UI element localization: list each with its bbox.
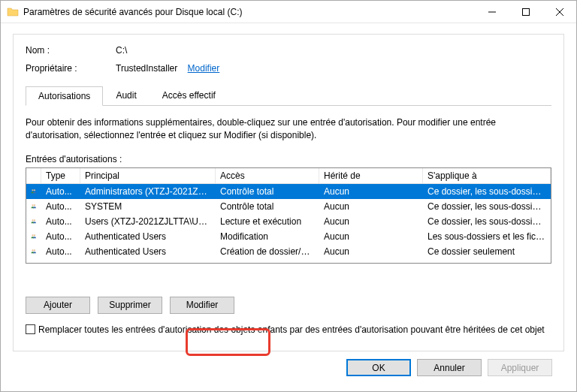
cell-inherited: Aucun	[319, 245, 423, 258]
svg-point-6	[34, 219, 35, 221]
col-inherited[interactable]: Hérité de	[319, 168, 423, 183]
cell-principal: Administrators (XTZJ-2021ZJL...	[80, 185, 216, 198]
modify-button[interactable]: Modifier	[170, 297, 234, 314]
owner-label: Propriétaire :	[26, 63, 116, 74]
minimize-button[interactable]	[475, 1, 509, 23]
cell-type: Auto...	[41, 215, 80, 228]
table-row[interactable]: Auto...Authenticated UsersCréation de do…	[26, 244, 551, 259]
permissions-table: Type Principal Accès Hérité de S'appliqu…	[26, 167, 551, 264]
tabs: Autorisations Audit Accès effectif	[26, 86, 551, 106]
apply-button[interactable]: Appliquer	[488, 359, 552, 376]
owner-text: TrustedInstaller	[116, 63, 177, 74]
replace-checkbox-label: Remplacer toutes les entrées d'autorisat…	[38, 324, 545, 335]
tab-effective-access[interactable]: Accès effectif	[150, 86, 228, 105]
change-owner-link[interactable]: Modifier	[188, 63, 220, 74]
users-icon	[26, 230, 41, 243]
advanced-security-window: Paramètres de sécurité avancés pour Disq…	[0, 0, 577, 392]
cell-principal: Authenticated Users	[80, 230, 216, 243]
users-icon	[26, 245, 41, 258]
col-access[interactable]: Accès	[216, 168, 319, 183]
content-panel: Nom : C:\ Propriétaire : TrustedInstalle…	[13, 34, 564, 351]
close-button[interactable]	[542, 1, 576, 23]
cell-access: Contrôle total	[216, 185, 319, 198]
cell-access: Contrôle total	[216, 200, 319, 213]
cell-type: Auto...	[41, 185, 80, 198]
cell-inherited: Aucun	[319, 185, 423, 198]
svg-point-5	[32, 219, 33, 221]
cell-principal: Users (XTZJ-2021ZJLTTA\Users)	[80, 215, 216, 228]
cell-applies: Les sous-dossiers et les fichiers...	[423, 230, 551, 243]
svg-point-3	[32, 204, 33, 206]
owner-value: TrustedInstaller Modifier	[116, 63, 219, 74]
action-buttons: Ajouter Supprimer Modifier	[26, 297, 551, 314]
cell-principal: Authenticated Users	[80, 245, 216, 258]
ok-button[interactable]: OK	[346, 359, 411, 376]
table-row[interactable]: Auto...Authenticated UsersModificationAu…	[26, 229, 551, 244]
users-icon	[26, 215, 41, 228]
svg-point-8	[34, 234, 35, 236]
users-icon	[26, 200, 41, 213]
add-button[interactable]: Ajouter	[26, 297, 90, 314]
replace-checkbox[interactable]	[26, 324, 35, 334]
col-applies[interactable]: S'applique à	[423, 168, 551, 183]
svg-point-4	[34, 204, 35, 206]
cancel-button[interactable]: Annuler	[417, 359, 482, 376]
cell-type: Auto...	[41, 230, 80, 243]
tab-audit[interactable]: Audit	[103, 86, 149, 105]
cell-applies: Ce dossier, les sous-dossiers et...	[423, 200, 551, 213]
cell-type: Auto...	[41, 245, 80, 258]
window-title: Paramètres de sécurité avancés pour Disq…	[23, 7, 475, 17]
cell-applies: Ce dossier, les sous-dossiers et...	[423, 185, 551, 198]
cell-inherited: Aucun	[319, 230, 423, 243]
dialog-buttons: OK Annuler Appliquer	[13, 351, 564, 384]
cell-access: Création de dossier/ajo...	[216, 245, 319, 258]
name-label: Nom :	[26, 45, 116, 56]
cell-applies: Ce dossier seulement	[423, 245, 551, 258]
replace-checkbox-row[interactable]: Remplacer toutes les entrées d'autorisat…	[26, 324, 551, 335]
tab-permissions[interactable]: Autorisations	[26, 86, 103, 106]
col-type[interactable]: Type	[41, 168, 80, 183]
cell-inherited: Aucun	[319, 215, 423, 228]
folder-icon	[7, 6, 19, 18]
cell-applies: Ce dossier, les sous-dossiers et...	[423, 215, 551, 228]
table-header: Type Principal Accès Hérité de S'appliqu…	[26, 168, 551, 184]
cell-inherited: Aucun	[319, 200, 423, 213]
cell-type: Auto...	[41, 200, 80, 213]
svg-rect-0	[522, 8, 529, 15]
remove-button[interactable]: Supprimer	[98, 297, 162, 314]
maximize-button[interactable]	[509, 1, 542, 23]
svg-point-1	[32, 189, 33, 191]
info-text: Pour obtenir des informations supplément…	[26, 116, 551, 142]
svg-point-10	[34, 249, 35, 251]
name-value: C:\	[116, 45, 127, 56]
svg-point-2	[34, 189, 35, 191]
table-row[interactable]: Auto...SYSTEMContrôle totalAucunCe dossi…	[26, 199, 551, 214]
col-principal[interactable]: Principal	[80, 168, 216, 183]
users-icon	[26, 185, 41, 198]
table-row[interactable]: Auto...Users (XTZJ-2021ZJLTTA\Users)Lect…	[26, 214, 551, 229]
cell-access: Lecture et exécution	[216, 215, 319, 228]
cell-principal: SYSTEM	[80, 200, 216, 213]
svg-point-9	[32, 249, 33, 251]
entries-label: Entrées d'autorisations :	[26, 154, 551, 164]
table-row[interactable]: Auto...Administrators (XTZJ-2021ZJL...Co…	[26, 184, 551, 199]
titlebar: Paramètres de sécurité avancés pour Disq…	[1, 1, 576, 23]
cell-access: Modification	[216, 230, 319, 243]
svg-point-7	[32, 234, 33, 236]
